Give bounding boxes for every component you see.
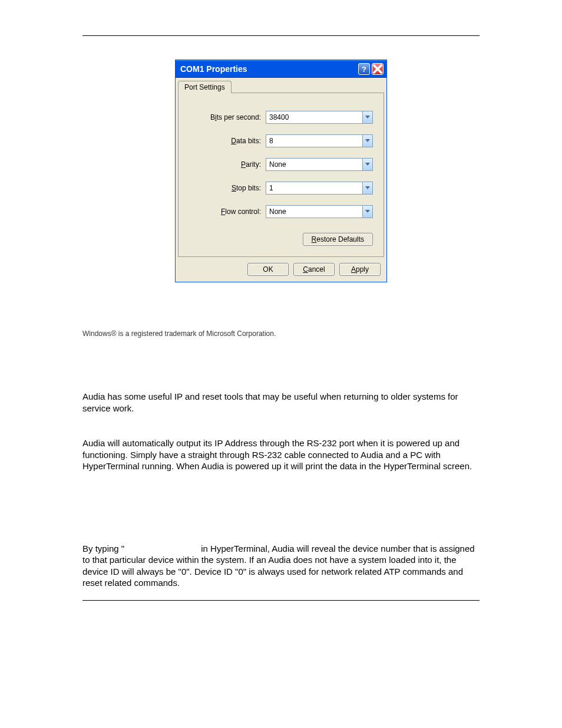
dialog-button-row: OK Cancel Apply [176,257,386,282]
btn-part: pply [356,265,369,274]
cancel-button[interactable]: Cancel [293,263,335,276]
help-button[interactable]: ? [358,63,370,75]
trademark-text: Windows® is a registered trademark of Mi… [82,330,480,338]
btn-accel: C [303,265,308,274]
para3-part-b: in HyperTerminal, Audia will reveal the … [82,543,475,588]
select-value: 1 [269,184,273,192]
label-parity: Parity: [189,160,266,169]
paragraph-3: By typing "in HyperTerminal, Audia will … [82,543,480,589]
field-row-stop-bits: Stop bits: 1 [189,182,373,195]
select-value: 38400 [269,113,289,121]
chevron-down-icon [362,135,372,147]
chevron-down-icon [362,111,372,123]
select-value: None [269,207,286,216]
field-row-flow-control: Flow control: None [189,205,373,218]
label-accel: D [231,137,236,145]
close-button[interactable] [372,63,384,75]
restore-defaults-button[interactable]: Restore Defaults [303,233,373,246]
apply-button[interactable]: Apply [339,263,381,276]
label-accel: S [232,184,236,192]
label-part: top bits: [236,184,261,192]
paragraph-2: Audia will automatically output its IP A… [82,437,480,472]
header-rule [82,35,480,36]
label-part: low control: [225,207,261,216]
select-value: None [269,160,286,169]
tab-label: Port Settings [184,83,225,91]
label-flow-control: Flow control: [189,207,266,216]
select-parity[interactable]: None [266,158,373,171]
field-row-data-bits: Data bits: 8 [189,134,373,147]
select-stop-bits[interactable]: 1 [266,182,373,195]
label-bits-per-second: Bits per second: [189,113,266,121]
label-part: arity: [246,160,261,169]
chevron-down-icon [362,159,372,170]
label-accel: P [241,160,246,169]
com1-properties-dialog: COM1 Properties ? Port Settings Bits per… [175,60,387,282]
chevron-down-icon [362,182,372,194]
chevron-down-icon [362,206,372,218]
select-data-bits[interactable]: 8 [266,134,373,147]
title-bar: COM1 Properties ? [176,60,386,78]
label-part: B [210,113,215,121]
tab-panel: Bits per second: 38400 Data bits: 8 [178,93,384,257]
select-flow-control[interactable]: None [266,205,373,218]
ok-button[interactable]: OK [247,263,289,276]
btn-part: estore Defaults [316,235,364,243]
field-row-bits-per-second: Bits per second: 38400 [189,111,373,124]
btn-accel: A [351,265,356,274]
titlebar-buttons: ? [358,63,384,75]
field-row-parity: Parity: None [189,158,373,171]
dialog-container: COM1 Properties ? Port Settings Bits per… [82,60,480,282]
btn-part: ancel [308,265,325,274]
btn-label: OK [263,265,273,274]
label-part: ata bits: [236,137,261,145]
footer-rule [82,600,480,601]
para3-part-a: By typing " [82,543,124,554]
paragraph-1: Audia has some useful IP and reset tools… [82,391,480,414]
spacer [82,496,480,543]
select-value: 8 [269,137,273,145]
label-stop-bits: Stop bits: [189,184,266,192]
btn-accel: R [312,235,317,243]
dialog-title: COM1 Properties [180,64,247,74]
label-part: ts per second: [217,113,261,121]
tab-strip: Port Settings Bits per second: 38400 [176,78,386,257]
restore-row: Restore Defaults [189,233,373,246]
label-data-bits: Data bits: [189,137,266,145]
tab-port-settings[interactable]: Port Settings [178,81,232,93]
select-bits-per-second[interactable]: 38400 [266,111,373,124]
